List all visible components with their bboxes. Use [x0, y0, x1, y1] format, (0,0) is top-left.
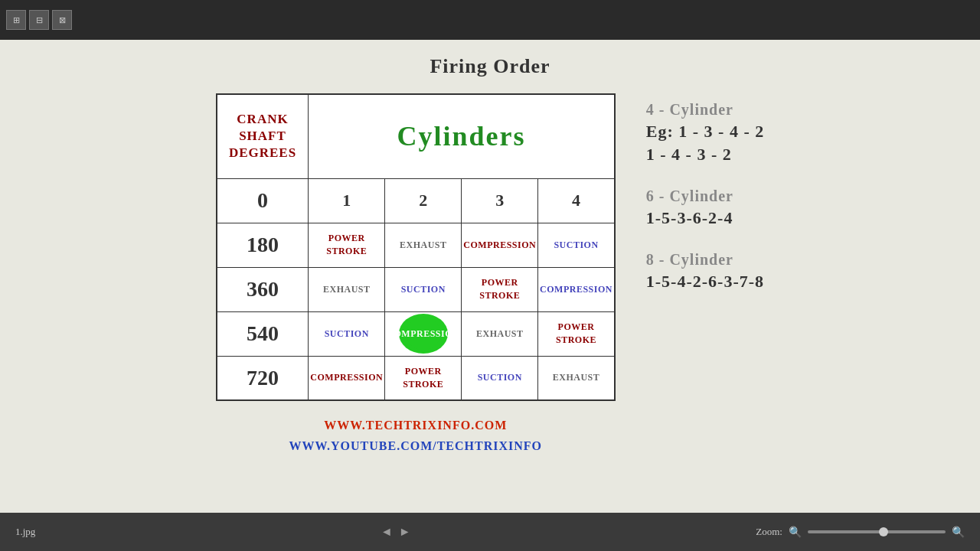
cylinders-header: Cylinders	[309, 94, 615, 178]
cell-180-4: Suction	[538, 223, 615, 267]
toolbar: ⊞ ⊟ ⊠	[0, 0, 980, 40]
cyl4-order1: Eg: 1 - 3 - 4 - 2	[646, 122, 764, 142]
table-section: Crank Shaft Degrees Cylinders 0 1	[216, 93, 616, 456]
cell-360-2: Suction	[385, 267, 462, 311]
degree-180: 180	[217, 223, 309, 267]
filename-label: 1.jpg	[15, 526, 35, 538]
cell-720-3: Suction	[462, 356, 538, 400]
cyl8-info: 8 - Cylinder 1-5-4-2-6-3-7-8	[646, 251, 764, 292]
cell-360-1: Exhaust	[309, 267, 385, 311]
crankshaft-header: Crank Shaft Degrees	[217, 94, 309, 178]
cyl6-info: 6 - Cylinder 1-5-3-6-2-4	[646, 187, 764, 228]
degree-360: 360	[217, 267, 309, 311]
cell-180-3: Compression	[462, 223, 538, 267]
cell-180-1: PowerStroke	[309, 223, 385, 267]
row-180: 180 PowerStroke Exhaust Compression Suct…	[217, 223, 615, 267]
cylinder-numbers-row: 0 1 2 3 4	[217, 178, 615, 223]
cyl4-info: 4 - Cylinder Eg: 1 - 3 - 4 - 2 1 - 4 - 3…	[646, 101, 764, 165]
cyl-num-2: 2	[385, 178, 462, 223]
cell-360-4: Compression	[538, 267, 615, 311]
zoom-slider[interactable]	[808, 530, 946, 533]
cell-540-2: Com­pression	[385, 311, 462, 356]
cyl4-label: 4 - Cylinder	[646, 101, 764, 119]
youtube-url: WWW.YOUTUBE.COM/TECHTRIXINFO	[289, 435, 542, 456]
toolbar-btn-3[interactable]: ⊠	[52, 10, 72, 30]
row-540: 540 Suction Com­pression Exhaust PowerSt…	[217, 311, 615, 356]
degree-540: 540	[217, 311, 309, 356]
cyl6-label: 6 - Cylinder	[646, 187, 764, 205]
grid1-icon: ⊞	[13, 15, 20, 25]
cell-720-1: Compression	[309, 356, 385, 400]
website-links: WWW.TECHTRIXINFO.COM WWW.YOUTUBE.COM/TEC…	[289, 415, 542, 456]
toolbar-btn-2[interactable]: ⊟	[29, 10, 49, 30]
zoom-label: Zoom:	[756, 526, 782, 538]
row-720: 720 Compression PowerStroke Suction Exha…	[217, 356, 615, 400]
grid2-icon: ⊟	[36, 15, 43, 25]
zoom-in-icon[interactable]: 🔍	[952, 526, 965, 539]
main-content: Firing Order Crank Shaft Degrees Cylinde…	[0, 40, 980, 513]
zoom-thumb[interactable]	[879, 527, 888, 536]
cell-360-3: PowerStroke	[462, 267, 538, 311]
cyl-num-3: 3	[462, 178, 538, 223]
cyl8-order: 1-5-4-2-6-3-7-8	[646, 272, 764, 292]
nav-arrows: ◄ ►	[381, 525, 411, 539]
content-area: Crank Shaft Degrees Cylinders 0 1	[23, 93, 957, 456]
cell-540-1: Suction	[309, 311, 385, 356]
degree-zero: 0	[217, 178, 309, 223]
cell-180-2: Exhaust	[385, 223, 462, 267]
cyl6-order: 1-5-3-6-2-4	[646, 208, 764, 228]
cyl8-label: 8 - Cylinder	[646, 251, 764, 269]
cyl4-order2: 1 - 4 - 3 - 2	[646, 145, 764, 165]
toolbar-btn-1[interactable]: ⊞	[6, 10, 26, 30]
cell-540-4: PowerStroke	[538, 311, 615, 356]
zoom-out-icon[interactable]: 🔍	[789, 526, 802, 539]
degree-720: 720	[217, 356, 309, 400]
firing-order-table: Crank Shaft Degrees Cylinders 0 1	[216, 93, 616, 401]
row-360: 360 Exhaust Suction PowerStroke Compress…	[217, 267, 615, 311]
page-title: Firing Order	[430, 55, 550, 78]
cell-720-2: PowerStroke	[385, 356, 462, 400]
right-section: 4 - Cylinder Eg: 1 - 3 - 4 - 2 1 - 4 - 3…	[646, 93, 764, 292]
cell-540-3: Exhaust	[462, 311, 538, 356]
website-url: WWW.TECHTRIXINFO.COM	[289, 415, 542, 435]
status-bar: 1.jpg ◄ ► Zoom: 🔍 🔍	[0, 513, 980, 551]
cyl-num-1: 1	[309, 178, 385, 223]
header-row: Crank Shaft Degrees Cylinders	[217, 94, 615, 178]
zoom-section: Zoom: 🔍 🔍	[756, 526, 965, 539]
cell-720-4: Exhaust	[538, 356, 615, 400]
next-arrow[interactable]: ►	[399, 525, 411, 539]
cyl-num-4: 4	[538, 178, 615, 223]
grid3-icon: ⊠	[59, 15, 66, 25]
prev-arrow[interactable]: ◄	[381, 525, 393, 539]
